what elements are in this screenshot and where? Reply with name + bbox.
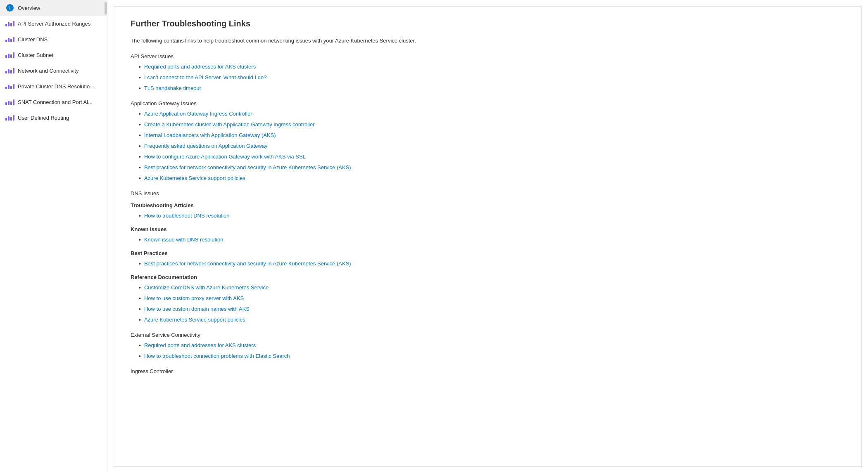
list-item: I can't connect to the API Server. What …	[139, 73, 845, 82]
sidebar-label: Cluster Subnet	[18, 52, 53, 58]
doc-link[interactable]: Azure Application Gateway Ingress Contro…	[144, 110, 252, 118]
subsection-header: Known Issues	[131, 226, 845, 232]
sidebar-item-private-cluster-dns-resolution[interactable]: Private Cluster DNS Resolutio...	[0, 78, 107, 94]
section-application-gateway-issues: Application Gateway IssuesAzure Applicat…	[131, 100, 845, 183]
doc-link[interactable]: Best practices for network connectivity …	[144, 260, 351, 268]
link-list: Known issue with DNS resolution	[139, 236, 845, 244]
doc-link[interactable]: How to troubleshoot connection problems …	[144, 352, 290, 360]
intro-text: The following contains links to help tro…	[131, 37, 845, 45]
doc-link[interactable]: Frequently asked questions on Applicatio…	[144, 142, 267, 150]
list-item: How to configure Azure Application Gatew…	[139, 153, 845, 161]
section-dns-issues: DNS IssuesTroubleshooting ArticlesHow to…	[131, 190, 845, 324]
sidebar-label: Cluster DNS	[18, 36, 48, 43]
sidebar-label: API Server Authorized Ranges	[18, 21, 90, 27]
doc-link[interactable]: Required ports and addresses for AKS clu…	[144, 341, 256, 350]
doc-link[interactable]: Azure Kubernetes Service support policie…	[144, 174, 245, 182]
section-header-dns-issues: DNS Issues	[131, 190, 845, 196]
sidebar-item-network-and-connectivity[interactable]: Network and Connectivity	[0, 63, 107, 78]
link-list: Required ports and addresses for AKS clu…	[139, 63, 845, 93]
section-external-service-connectivity: External Service ConnectivityRequired po…	[131, 332, 845, 361]
sidebar-item-api-server-authorized-ranges[interactable]: API Server Authorized Ranges	[0, 16, 107, 31]
link-list: How to troubleshoot DNS resolution	[139, 212, 845, 220]
main-content-area: Further Troubleshooting Links The follow…	[107, 0, 868, 473]
list-item: Azure Kubernetes Service support policie…	[139, 174, 845, 183]
sidebar-label: User Defined Routing	[18, 115, 69, 121]
list-item: How to use custom domain names with AKS	[139, 305, 845, 314]
content-panel: Further Troubleshooting Links The follow…	[114, 6, 862, 467]
doc-link[interactable]: Required ports and addresses for AKS clu…	[144, 63, 256, 71]
sidebar-item-snat-connection-and-port-al[interactable]: SNAT Connection and Port Al...	[0, 94, 107, 110]
list-item: Azure Application Gateway Ingress Contro…	[139, 110, 845, 118]
doc-link[interactable]: Best practices for network connectivity …	[144, 163, 351, 172]
subsection-header: Troubleshooting Articles	[131, 202, 845, 208]
doc-link[interactable]: I can't connect to the API Server. What …	[144, 73, 267, 82]
page-title: Further Troubleshooting Links	[131, 19, 845, 28]
list-item: Best practices for network connectivity …	[139, 163, 845, 172]
doc-link[interactable]: TLS handshake timeout	[144, 84, 201, 92]
section-api-server-issues: API Server IssuesRequired ports and addr…	[131, 53, 845, 93]
bar-chart-icon	[6, 67, 14, 74]
sidebar-item-cluster-subnet[interactable]: Cluster Subnet	[0, 47, 107, 63]
doc-link[interactable]: Azure Kubernetes Service support policie…	[144, 316, 245, 324]
section-header-ingress-controller: Ingress Controller	[131, 368, 845, 374]
list-item: Frequently asked questions on Applicatio…	[139, 142, 845, 151]
list-item: How to use custom proxy server with AKS	[139, 294, 845, 303]
section-header-api-server-issues: API Server Issues	[131, 53, 845, 59]
section-ingress-controller: Ingress Controller	[131, 368, 845, 374]
sections-container: API Server IssuesRequired ports and addr…	[131, 53, 845, 374]
list-item: Known issue with DNS resolution	[139, 236, 845, 244]
doc-link[interactable]: Known issue with DNS resolution	[144, 236, 223, 244]
doc-link[interactable]: Internal Loadbalancers with Application …	[144, 131, 276, 140]
subsection-header: Best Practices	[131, 250, 845, 256]
doc-link[interactable]: Create a Kubernetes cluster with Applica…	[144, 121, 315, 129]
bar-chart-icon	[6, 35, 14, 43]
link-list: Best practices for network connectivity …	[139, 260, 845, 268]
doc-link[interactable]: How to use custom proxy server with AKS	[144, 294, 244, 303]
link-list: Required ports and addresses for AKS clu…	[139, 341, 845, 361]
link-list: Azure Application Gateway Ingress Contro…	[139, 110, 845, 183]
section-header-application-gateway-issues: Application Gateway Issues	[131, 100, 845, 106]
sidebar-label: Network and Connectivity	[18, 68, 78, 74]
bar-chart-icon	[6, 114, 14, 121]
list-item: Required ports and addresses for AKS clu…	[139, 63, 845, 71]
sidebar-label: SNAT Connection and Port Al...	[18, 99, 93, 105]
list-item: Azure Kubernetes Service support policie…	[139, 316, 845, 324]
doc-link[interactable]: How to troubleshoot DNS resolution	[144, 212, 230, 220]
sidebar-label: Private Cluster DNS Resolutio...	[18, 83, 94, 90]
list-item: How to troubleshoot connection problems …	[139, 352, 845, 361]
bar-chart-icon	[6, 83, 14, 90]
sidebar-label: Overview	[18, 5, 40, 11]
bar-chart-icon	[6, 20, 14, 27]
sidebar-item-overview[interactable]: iOverview	[0, 0, 107, 16]
doc-link[interactable]: Customize CoreDNS with Azure Kubernetes …	[144, 284, 269, 292]
overview-icon: i	[6, 4, 14, 12]
link-list: Customize CoreDNS with Azure Kubernetes …	[139, 284, 845, 324]
sidebar-item-user-defined-routing[interactable]: User Defined Routing	[0, 110, 107, 125]
sidebar-item-cluster-dns[interactable]: Cluster DNS	[0, 31, 107, 47]
list-item: How to troubleshoot DNS resolution	[139, 212, 845, 220]
scrollbar-indicator	[105, 2, 107, 14]
doc-link[interactable]: How to use custom domain names with AKS	[144, 305, 250, 313]
bar-chart-icon	[6, 51, 14, 59]
doc-link[interactable]: How to configure Azure Application Gatew…	[144, 153, 306, 161]
list-item: Best practices for network connectivity …	[139, 260, 845, 268]
list-item: Internal Loadbalancers with Application …	[139, 131, 845, 140]
sidebar: iOverviewAPI Server Authorized RangesClu…	[0, 0, 107, 473]
list-item: Required ports and addresses for AKS clu…	[139, 341, 845, 350]
section-header-external-service-connectivity: External Service Connectivity	[131, 332, 845, 338]
subsection-header: Reference Documentation	[131, 274, 845, 280]
list-item: Create a Kubernetes cluster with Applica…	[139, 121, 845, 129]
list-item: Customize CoreDNS with Azure Kubernetes …	[139, 284, 845, 292]
bar-chart-icon	[6, 98, 14, 106]
list-item: TLS handshake timeout	[139, 84, 845, 93]
